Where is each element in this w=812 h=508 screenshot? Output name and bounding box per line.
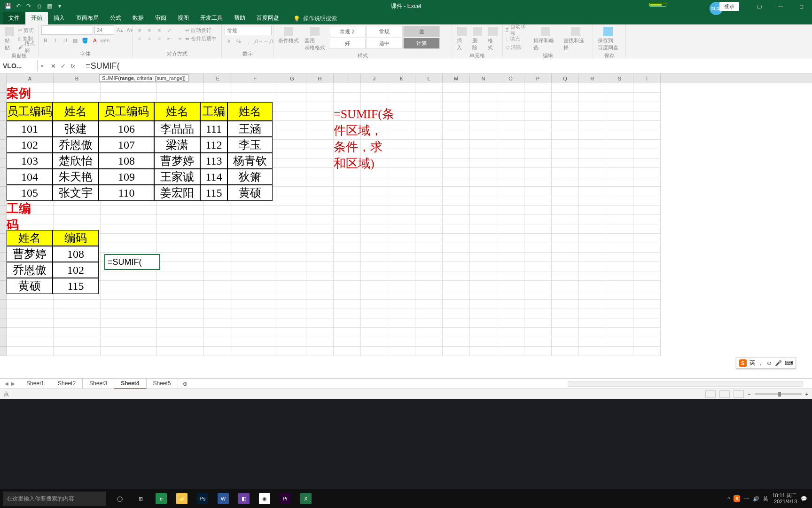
table1-cell[interactable]: 104 — [7, 169, 53, 185]
paste-button[interactable]: 粘贴 — [3, 26, 16, 52]
format-painter-button[interactable]: 🖌 格式刷 — [18, 43, 35, 51]
zoom-out-icon[interactable]: − — [748, 391, 750, 397]
sheet-nav-next-icon[interactable]: ▶ — [11, 381, 15, 386]
tab-dev[interactable]: 开发工具 — [195, 12, 228, 24]
login-button[interactable]: 登录 — [719, 2, 739, 11]
table1-cell[interactable]: 杨青钦 — [227, 153, 273, 169]
currency-icon[interactable]: ¥ — [225, 37, 233, 46]
phonetic-button[interactable]: wén — [101, 36, 109, 45]
table1-cell[interactable]: 113 — [200, 153, 227, 169]
formula-input[interactable]: =SUMIF( — [83, 61, 812, 71]
font-name-select[interactable] — [41, 25, 93, 35]
format-cells-button[interactable]: 格式 — [486, 26, 500, 52]
ime-lang[interactable]: 英 — [750, 359, 755, 367]
style-calc[interactable]: 计算 — [403, 38, 440, 49]
wrap-text-button[interactable]: ↩ 自动换行 — [185, 26, 217, 34]
bold-button[interactable]: B — [41, 36, 50, 45]
delete-cells-button[interactable]: 删除 — [470, 26, 484, 52]
col-header-K[interactable]: K — [388, 74, 415, 83]
premiere-icon[interactable]: Pr — [275, 489, 295, 508]
table2-cell[interactable]: 曹梦婷 — [7, 246, 53, 262]
cortana-icon[interactable]: ⊞ — [131, 489, 150, 508]
tab-home[interactable]: 开始 — [25, 12, 48, 24]
name-box[interactable]: VLO... — [0, 60, 38, 71]
ribbon-options-icon[interactable]: ▢ — [749, 0, 770, 12]
save-icon[interactable]: 💾 — [5, 3, 11, 9]
tab-data[interactable]: 数据 — [127, 12, 149, 24]
col-header-O[interactable]: O — [497, 74, 524, 83]
sort-filter-button[interactable]: 排序和筛选 — [531, 26, 560, 52]
photoshop-icon[interactable]: Ps — [193, 489, 212, 508]
tray-up-icon[interactable]: ^ — [727, 496, 730, 501]
table1-cell[interactable]: 李晶晶 — [154, 121, 200, 137]
table2-cell[interactable]: 102 — [53, 262, 99, 278]
page-layout-view-icon[interactable] — [719, 390, 730, 398]
horizontal-scrollbar[interactable] — [192, 381, 812, 387]
grow-font-icon[interactable]: A▴ — [116, 26, 124, 34]
chrome-icon[interactable]: ◉ — [255, 489, 274, 508]
excel-icon[interactable]: X — [296, 489, 316, 508]
task-view-icon[interactable]: ◯ — [110, 489, 130, 508]
cell-styles-gallery[interactable]: 常规 2 常规 差 好 适中 计算 — [329, 26, 440, 49]
align-right-icon[interactable]: ≡ — [155, 34, 164, 43]
sheet-tab-sheet4[interactable]: Sheet4 — [114, 379, 146, 389]
indent-dec-icon[interactable]: ⇤ — [165, 34, 173, 43]
table1-cell[interactable]: 110 — [99, 185, 154, 201]
tab-layout[interactable]: 页面布局 — [70, 12, 104, 24]
table1-cell[interactable]: 111 — [200, 121, 227, 137]
table1-cell[interactable]: 115 — [200, 185, 227, 201]
tray-clock[interactable]: 18:11 周二 2021/4/13 — [772, 492, 797, 505]
font-size-select[interactable]: 24 — [94, 25, 114, 35]
active-edit-cell[interactable]: =SUMIF( — [104, 254, 160, 270]
table1-cell[interactable]: 103 — [7, 153, 53, 169]
table2-cell[interactable]: 108 — [53, 246, 99, 262]
zoom-in-icon[interactable]: + — [805, 391, 808, 397]
col-header-G[interactable]: G — [278, 74, 306, 83]
col-header-A[interactable]: A — [7, 74, 54, 83]
font-color-button[interactable]: A — [91, 36, 99, 45]
percent-icon[interactable]: % — [234, 37, 243, 46]
fill-button[interactable]: ↓ 填充 — [506, 34, 530, 43]
col-header-Q[interactable]: Q — [552, 74, 579, 83]
col-header-I[interactable]: I — [334, 74, 361, 83]
table2-cell[interactable]: 黄硕 — [7, 278, 53, 294]
col-header-S[interactable]: S — [606, 74, 633, 83]
tab-file[interactable]: 文件 — [3, 12, 25, 24]
tab-view[interactable]: 视图 — [172, 12, 195, 24]
col-header-E[interactable]: E — [204, 74, 232, 83]
undo-icon[interactable]: ↶ — [15, 3, 22, 9]
ime-punct[interactable]: ， — [758, 359, 764, 367]
tray-ime-lang[interactable]: 英 — [763, 495, 768, 502]
underline-button[interactable]: U — [61, 36, 70, 45]
table1-cell[interactable]: 105 — [7, 185, 53, 201]
indent-inc-icon[interactable]: ⇥ — [175, 34, 183, 43]
sheet-tab-sheet5[interactable]: Sheet5 — [147, 379, 178, 389]
fill-color-button[interactable]: 🪣 — [81, 36, 89, 45]
comma-icon[interactable]: , — [244, 37, 253, 46]
inc-decimal-icon[interactable]: .0→ — [254, 37, 263, 46]
minimize-icon[interactable]: — — [770, 0, 791, 12]
clear-button[interactable]: ◇ 清除 — [506, 43, 530, 51]
find-select-button[interactable]: 查找和选择 — [562, 26, 590, 52]
insert-cells-button[interactable]: 插入 — [455, 26, 468, 52]
italic-button[interactable]: I — [51, 36, 60, 45]
tab-review[interactable]: 审阅 — [149, 12, 172, 24]
redo-icon[interactable]: ↷ — [25, 3, 32, 9]
col-header-H[interactable]: H — [306, 74, 334, 83]
word-icon[interactable]: W — [213, 489, 233, 508]
ime-mic-icon[interactable]: 🎤 — [775, 360, 782, 366]
qat-icon-2[interactable]: ▦ — [46, 3, 53, 9]
table1-cell[interactable]: 朱天艳 — [53, 169, 99, 185]
table1-cell[interactable]: 106 — [99, 121, 154, 137]
dec-decimal-icon[interactable]: ←.0 — [264, 37, 273, 46]
taskbar-search[interactable]: 在这里输入你要搜索的内容 — [3, 492, 106, 506]
qat-more-icon[interactable]: ▾ — [56, 3, 63, 9]
style-bad[interactable]: 差 — [403, 26, 440, 37]
ime-toolbar[interactable]: S 英 ， ☺ 🎤 ⌨ — [736, 357, 796, 369]
table1-cell[interactable]: 108 — [99, 153, 154, 169]
col-header-P[interactable]: P — [524, 74, 552, 83]
autosum-button[interactable]: Σ 自动求和 — [506, 26, 530, 34]
table1-cell[interactable]: 102 — [7, 137, 53, 153]
table1-cell[interactable]: 梁潇 — [154, 137, 200, 153]
col-header-J[interactable]: J — [361, 74, 388, 83]
